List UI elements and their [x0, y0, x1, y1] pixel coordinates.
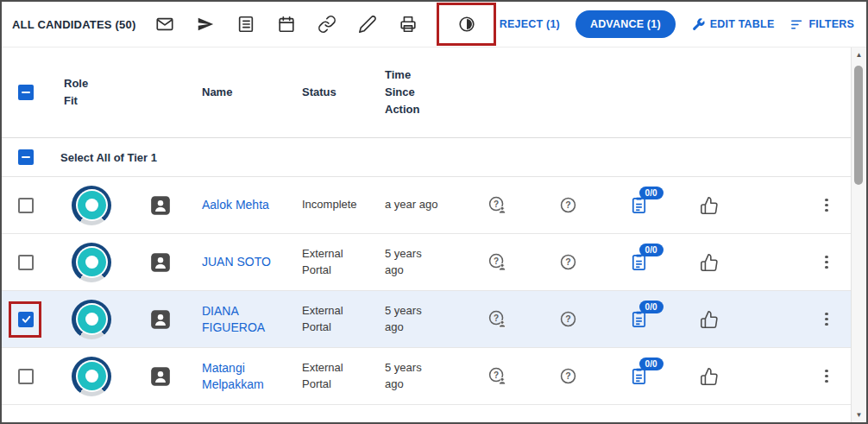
assessment-status-button[interactable]: ?: [533, 195, 602, 215]
svg-text:?: ?: [565, 370, 570, 381]
candidate-name-link[interactable]: DIANA FIGUEROA: [202, 303, 281, 336]
row-checkbox[interactable]: [18, 369, 34, 384]
interview-status-button[interactable]: ?: [461, 252, 533, 272]
edit-button[interactable]: [347, 7, 387, 41]
time-since-action-text: 5 years ago: [385, 303, 438, 334]
toolbar-actions: REJECT (1) ADVANCE (1) EDIT TABLE FILTER…: [500, 10, 858, 38]
select-all-tier-label[interactable]: Select All of Tier 1: [50, 151, 852, 164]
thumbs-up-icon: [700, 196, 719, 215]
role-fit-donut: [50, 357, 133, 396]
contrast-toggle-button[interactable]: [446, 7, 487, 41]
scroll-up-arrow[interactable]: ▲: [852, 47, 866, 62]
interview-status-button[interactable]: ?: [461, 195, 533, 215]
table-row[interactable]: DIANA FIGUEROA External Portal 5 years a…: [2, 291, 852, 348]
filters-button[interactable]: FILTERS: [789, 17, 854, 32]
notes-count-badge: 0/0: [639, 187, 664, 199]
table-header-row: Role Fit Name Status Time Since Action: [2, 47, 852, 138]
row-menu-button[interactable]: [802, 197, 852, 214]
advance-button[interactable]: ADVANCE (1): [576, 10, 676, 38]
print-icon: [399, 15, 418, 34]
page-title: ALL CANDIDATES (50): [12, 18, 135, 31]
row-menu-button[interactable]: [802, 368, 852, 385]
notes-count-badge: 0/0: [639, 244, 664, 256]
form-button[interactable]: [225, 7, 266, 41]
thumbs-up-button[interactable]: [675, 196, 744, 215]
kebab-menu-icon: [825, 368, 828, 385]
status-text: Incomplete: [288, 197, 371, 212]
interview-status-button[interactable]: ?: [461, 366, 533, 386]
contact-card-button[interactable]: [133, 194, 188, 217]
contact-card-icon: [149, 251, 172, 274]
link-button[interactable]: [306, 7, 347, 41]
column-header-name: Name: [188, 84, 232, 101]
filters-label: FILTERS: [808, 18, 854, 30]
assessment-status-button[interactable]: ?: [533, 252, 602, 272]
time-since-action-text: 5 years ago: [385, 246, 438, 277]
contact-card-button[interactable]: [133, 308, 188, 331]
notes-button[interactable]: 0/0: [602, 195, 675, 215]
table-row[interactable]: Matangi Melpakkam External Portal 5 year…: [2, 348, 852, 405]
notes-button[interactable]: 0/0: [602, 309, 675, 329]
candidates-table: Role Fit Name Status Time Since Action S…: [2, 47, 852, 422]
candidate-name-link[interactable]: JUAN SOTO: [202, 254, 271, 270]
row-checkbox[interactable]: [18, 255, 34, 270]
thumbs-up-icon: [700, 367, 719, 386]
contact-card-button[interactable]: [133, 251, 188, 274]
table-row[interactable]: JUAN SOTO External Portal 5 years ago ? …: [2, 234, 852, 291]
question-circle-icon: ?: [558, 366, 578, 386]
role-fit-donut: [50, 300, 133, 339]
question-circle-icon: ?: [558, 309, 578, 329]
notes-count-badge: 0/0: [639, 358, 664, 370]
calendar-button[interactable]: [266, 7, 306, 41]
email-button[interactable]: [144, 7, 185, 41]
row-checkbox-cell: [2, 348, 50, 404]
scroll-down-arrow[interactable]: ▼: [852, 408, 866, 422]
person-question-icon: ?: [487, 366, 507, 386]
row-menu-button[interactable]: [802, 311, 852, 328]
thumbs-up-button[interactable]: [675, 253, 744, 272]
time-since-action-text: a year ago: [385, 197, 437, 212]
contrast-icon: [457, 15, 476, 34]
contact-card-button[interactable]: [133, 365, 188, 388]
notes-button[interactable]: 0/0: [602, 366, 675, 386]
row-menu-button[interactable]: [802, 254, 852, 271]
status-text: External Portal: [288, 360, 371, 391]
edit-table-button[interactable]: EDIT TABLE: [691, 17, 775, 32]
assessment-status-button[interactable]: ?: [533, 366, 602, 386]
header-checkbox[interactable]: [18, 85, 34, 100]
scroll-thumb[interactable]: [854, 66, 863, 185]
candidate-name-link[interactable]: Matangi Melpakkam: [202, 360, 281, 393]
tier-checkbox-cell: [2, 138, 50, 176]
reject-button[interactable]: REJECT (1): [500, 18, 560, 30]
svg-text:?: ?: [493, 313, 498, 323]
svg-text:?: ?: [493, 256, 498, 266]
thumbs-up-button[interactable]: [675, 367, 744, 386]
thumbs-up-button[interactable]: [675, 310, 744, 329]
candidate-name-link[interactable]: Aalok Mehta: [202, 197, 269, 213]
pencil-icon: [358, 15, 377, 34]
send-button[interactable]: [185, 7, 225, 41]
print-button[interactable]: [387, 7, 428, 41]
notes-count-badge: 0/0: [639, 301, 664, 313]
kebab-menu-icon: [825, 311, 828, 328]
svg-text:?: ?: [493, 199, 498, 209]
svg-text:?: ?: [565, 313, 570, 324]
row-checkbox[interactable]: [18, 198, 34, 213]
column-header-time-since-action: Time Since Action: [371, 66, 430, 118]
tier-checkbox[interactable]: [18, 149, 34, 165]
filter-icon: [789, 17, 804, 32]
assessment-status-button[interactable]: ?: [533, 309, 602, 329]
vertical-scrollbar[interactable]: ▲ ▼: [851, 47, 866, 422]
select-all-checkbox-cell: [2, 47, 50, 137]
contact-card-icon: [149, 308, 172, 331]
notes-button[interactable]: 0/0: [602, 252, 675, 272]
svg-text:?: ?: [493, 370, 498, 380]
email-icon: [155, 15, 174, 34]
person-question-icon: ?: [487, 309, 507, 329]
table-row[interactable]: Aalok Mehta Incomplete a year ago ? ?: [2, 177, 852, 234]
send-icon: [196, 15, 215, 34]
time-since-action-text: 5 years ago: [385, 360, 438, 391]
interview-status-button[interactable]: ?: [461, 309, 533, 329]
role-fit-donut: [50, 186, 133, 225]
form-icon: [236, 15, 255, 34]
